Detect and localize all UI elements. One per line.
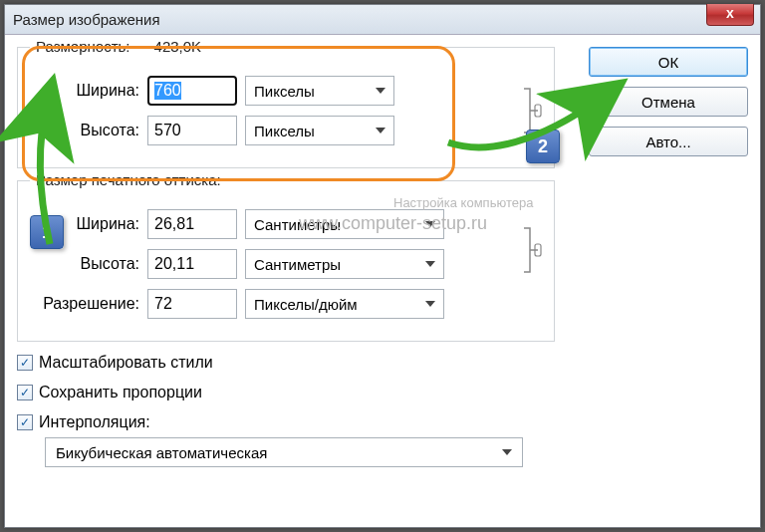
constrain-proportions-checkbox[interactable]: ✓ Сохранить пропорции [17, 384, 748, 401]
constrain-link [522, 71, 542, 150]
link-icon [522, 81, 542, 140]
dialog-content: ОК Отмена Авто... Размерность: 423,0K Ши… [17, 47, 748, 515]
resolution-unit-select[interactable]: Пикселы/дюйм [245, 289, 444, 319]
print-size-group: Размер печатного оттиска: Ширина: Сантим… [17, 180, 555, 342]
chevron-down-icon [425, 221, 435, 227]
width-unit-value: Пикселы [254, 83, 315, 100]
chevron-down-icon [376, 128, 385, 133]
group-legend-print: Размер печатного оттиска: [30, 171, 227, 188]
height-unit-value: Пикселы [254, 123, 315, 139]
print-height-unit-select[interactable]: Сантиметры [245, 249, 444, 279]
chevron-down-icon [502, 449, 512, 455]
width-label: Ширина: [30, 82, 139, 100]
checkbox-icon: ✓ [17, 414, 33, 430]
dimensions-size: 423,0K [154, 38, 202, 55]
constrain-label: Сохранить пропорции [39, 384, 202, 401]
print-width-label: Ширина: [30, 215, 139, 233]
height-label: Высота: [30, 122, 139, 139]
interpolation-label: Интерполяция: [39, 413, 150, 431]
checkbox-icon: ✓ [17, 355, 33, 371]
height-unit-select[interactable]: Пикселы [245, 116, 394, 145]
dialog-buttons: ОК Отмена Авто... [589, 47, 748, 156]
titlebar: Размер изображения x [5, 5, 760, 35]
interpolation-method-select[interactable]: Бикубическая автоматическая [45, 437, 523, 467]
dimensions-label: Размерность: [36, 38, 130, 55]
dialog-window: Размер изображения x ОК Отмена Авто... Р… [4, 4, 761, 528]
link-icon [522, 220, 542, 280]
checkbox-icon: ✓ [17, 385, 33, 400]
print-height-unit-value: Сантиметры [254, 256, 341, 273]
print-constrain-link [522, 205, 542, 295]
chevron-down-icon [376, 88, 385, 94]
height-input[interactable] [147, 116, 237, 145]
ok-button[interactable]: ОК [589, 47, 748, 77]
print-height-input[interactable] [147, 249, 237, 279]
scale-styles-checkbox[interactable]: ✓ Масштабировать стили [17, 354, 748, 372]
chevron-down-icon [425, 261, 435, 267]
chevron-down-icon [425, 301, 435, 307]
cancel-button[interactable]: Отмена [589, 87, 748, 117]
resolution-input[interactable] [147, 289, 237, 319]
interpolation-checkbox[interactable]: ✓ Интерполяция: [17, 413, 748, 431]
print-width-unit-value: Сантиметры [254, 216, 341, 233]
width-input[interactable] [147, 76, 237, 106]
window-title: Размер изображения [13, 11, 160, 28]
print-width-unit-select[interactable]: Сантиметры [245, 209, 444, 239]
resolution-unit-value: Пикселы/дюйм [254, 296, 358, 313]
pixel-dimensions-group: Размерность: 423,0K Ширина: Пикселы Высо… [17, 47, 555, 168]
print-height-label: Высота: [30, 255, 139, 273]
interpolation-method-value: Бикубическая автоматическая [56, 444, 267, 461]
print-width-input[interactable] [147, 209, 237, 239]
group-legend-dimensions: Размерность: 423,0K [30, 38, 207, 55]
auto-button[interactable]: Авто... [589, 127, 748, 156]
width-unit-select[interactable]: Пикселы [245, 76, 394, 106]
resolution-label: Разрешение: [30, 295, 139, 313]
scale-styles-label: Масштабировать стили [39, 354, 213, 372]
close-icon[interactable]: x [706, 4, 754, 26]
